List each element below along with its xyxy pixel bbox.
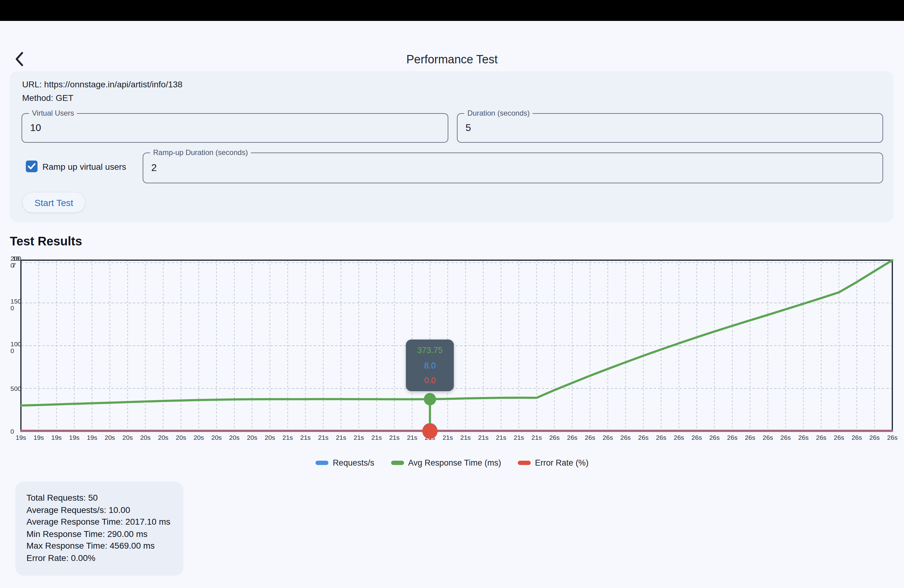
svg-text:0: 0 bbox=[11, 428, 14, 435]
performance-test-page: Performance Test URL: https://onnstage.i… bbox=[0, 0, 904, 588]
chart-legend: Requests/s Avg Response Time (ms) Error … bbox=[0, 458, 904, 468]
svg-text:20s: 20s bbox=[229, 434, 240, 441]
svg-text:20s: 20s bbox=[140, 434, 151, 441]
svg-text:21s: 21s bbox=[283, 434, 293, 441]
svg-text:26s: 26s bbox=[692, 434, 702, 441]
svg-text:26s: 26s bbox=[656, 434, 666, 441]
svg-text:21s: 21s bbox=[443, 434, 453, 441]
url-text: URL: https://onnstage.in/api/artist/info… bbox=[22, 79, 182, 89]
svg-text:19s: 19s bbox=[16, 434, 26, 441]
svg-text:21s: 21s bbox=[460, 434, 471, 441]
svg-text:21s: 21s bbox=[336, 434, 346, 441]
svg-text:100: 100 bbox=[11, 340, 21, 348]
svg-text:26s: 26s bbox=[781, 434, 791, 441]
svg-text:26s: 26s bbox=[816, 434, 827, 441]
summary-min-response-time: Min Response Time: 290.00 ms bbox=[27, 528, 172, 541]
svg-text:150: 150 bbox=[11, 298, 21, 305]
series-line-1 bbox=[21, 260, 892, 406]
ramp-up-checkbox[interactable] bbox=[26, 161, 38, 172]
ramp-up-duration-field: Ramp-up Duration (seconds) bbox=[143, 153, 883, 183]
svg-text:21s: 21s bbox=[354, 434, 364, 441]
y-axis-labels: 2000107150010005000 bbox=[11, 255, 21, 435]
svg-text:26s: 26s bbox=[763, 434, 773, 441]
legend-label-response-time: Avg Response Time (ms) bbox=[408, 458, 501, 468]
svg-text:26s: 26s bbox=[798, 434, 809, 441]
svg-text:21s: 21s bbox=[531, 434, 542, 441]
svg-text:21s: 21s bbox=[389, 434, 400, 441]
legend-item-response-time[interactable]: Avg Response Time (ms) bbox=[391, 458, 501, 468]
chart-tooltip: 373.75 8.0 0.0 bbox=[406, 340, 454, 391]
svg-text:0: 0 bbox=[11, 305, 14, 311]
horizontal-gridlines bbox=[21, 262, 892, 389]
svg-text:21s: 21s bbox=[318, 434, 329, 441]
svg-text:20s: 20s bbox=[211, 434, 222, 441]
svg-text:20s: 20s bbox=[265, 434, 275, 441]
duration-field: Duration (seconds) bbox=[457, 113, 883, 143]
legend-label-requests: Requests/s bbox=[333, 458, 374, 468]
svg-text:20s: 20s bbox=[193, 434, 204, 441]
tooltip-requests-value: 8.0 bbox=[424, 361, 436, 370]
svg-text:26s: 26s bbox=[852, 434, 862, 441]
svg-text:26s: 26s bbox=[567, 434, 577, 441]
svg-text:21s: 21s bbox=[407, 434, 417, 441]
svg-text:19s: 19s bbox=[51, 434, 62, 441]
svg-text:26s: 26s bbox=[727, 434, 738, 441]
svg-text:500: 500 bbox=[11, 385, 21, 392]
svg-text:7: 7 bbox=[12, 262, 16, 269]
legend-label-error-rate: Error Rate (%) bbox=[535, 458, 588, 468]
svg-text:21s: 21s bbox=[478, 434, 488, 441]
page-title: Performance Test bbox=[0, 53, 904, 66]
summary-avg-requests: Average Requests/s: 10.00 bbox=[27, 504, 172, 516]
summary-error-rate: Error Rate: 0.00% bbox=[27, 552, 172, 564]
ramp-up-duration-label: Ramp-up Duration (seconds) bbox=[150, 148, 251, 157]
svg-text:20s: 20s bbox=[104, 434, 115, 441]
results-chart-section: 200010715001000500019s19s19s19s19s20s20s… bbox=[0, 254, 904, 476]
ramp-up-duration-input[interactable] bbox=[143, 153, 882, 183]
svg-text:20s: 20s bbox=[247, 434, 258, 441]
svg-text:26s: 26s bbox=[549, 434, 559, 441]
svg-text:21s: 21s bbox=[496, 434, 506, 441]
virtual-users-input[interactable] bbox=[22, 114, 448, 142]
summary-total-requests: Total Requests: 50 bbox=[27, 492, 172, 504]
svg-text:21s: 21s bbox=[371, 434, 382, 441]
svg-text:20s: 20s bbox=[122, 434, 133, 441]
summary-avg-response-time: Average Response Time: 2017.10 ms bbox=[27, 516, 172, 528]
status-bar bbox=[0, 0, 904, 21]
x-axis-labels: 19s19s19s19s19s20s20s20s20s20s20s20s20s2… bbox=[16, 434, 898, 441]
svg-text:0: 0 bbox=[11, 347, 14, 354]
svg-text:26s: 26s bbox=[603, 434, 613, 441]
svg-text:20s: 20s bbox=[158, 434, 169, 441]
virtual-users-label: Virtual Users bbox=[29, 109, 77, 117]
svg-text:19s: 19s bbox=[33, 434, 44, 441]
svg-text:26s: 26s bbox=[745, 434, 755, 441]
svg-text:26s: 26s bbox=[869, 434, 880, 441]
legend-item-requests[interactable]: Requests/s bbox=[316, 458, 374, 468]
svg-text:19s: 19s bbox=[69, 434, 80, 441]
tooltip-error-value: 0.0 bbox=[424, 376, 436, 385]
svg-text:26s: 26s bbox=[638, 434, 648, 441]
check-icon bbox=[28, 163, 36, 170]
svg-text:26s: 26s bbox=[710, 434, 720, 441]
test-summary-card: Total Requests: 50 Average Requests/s: 1… bbox=[15, 482, 183, 576]
legend-item-error-rate[interactable]: Error Rate (%) bbox=[518, 458, 588, 468]
header: Performance Test bbox=[0, 21, 904, 64]
error-rate-swatch-icon bbox=[518, 461, 531, 465]
test-config-card: URL: https://onnstage.in/api/artist/info… bbox=[10, 71, 893, 222]
svg-text:26s: 26s bbox=[674, 434, 684, 441]
response-time-swatch-icon bbox=[391, 461, 404, 465]
ramp-up-row: Ramp up virtual users bbox=[26, 161, 126, 172]
duration-input[interactable] bbox=[458, 114, 882, 142]
svg-text:26s: 26s bbox=[585, 434, 595, 441]
svg-text:10: 10 bbox=[12, 255, 19, 262]
ramp-up-checkbox-label: Ramp up virtual users bbox=[43, 161, 126, 171]
svg-text:26s: 26s bbox=[887, 434, 898, 441]
virtual-users-field: Virtual Users bbox=[22, 113, 448, 143]
duration-label: Duration (seconds) bbox=[464, 109, 533, 117]
svg-text:21s: 21s bbox=[300, 434, 311, 441]
highlight-marker bbox=[422, 393, 438, 439]
svg-text:21s: 21s bbox=[514, 434, 524, 441]
summary-max-response-time: Max Response Time: 4569.00 ms bbox=[27, 541, 172, 552]
svg-text:19s: 19s bbox=[87, 434, 97, 441]
start-test-button[interactable]: Start Test bbox=[22, 192, 85, 213]
svg-text:26s: 26s bbox=[621, 434, 631, 441]
